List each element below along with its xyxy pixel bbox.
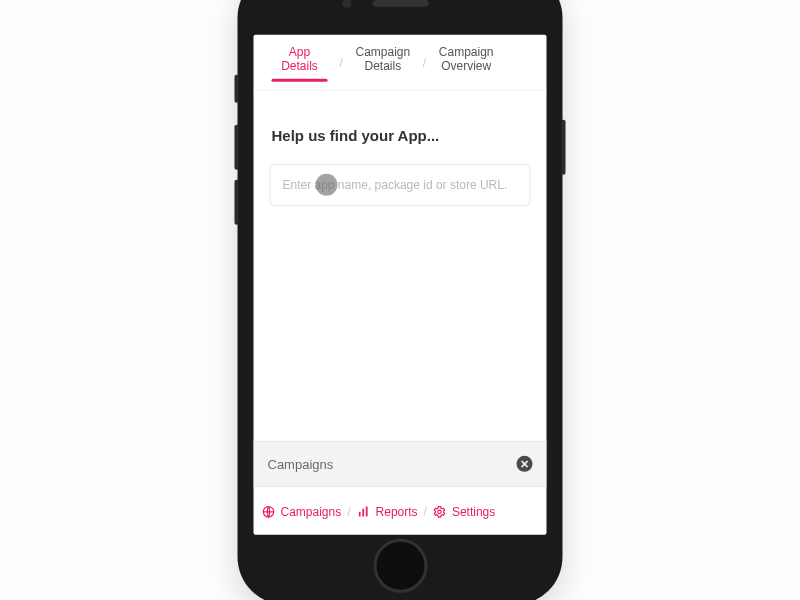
nav-reports[interactable]: Reports [357, 505, 418, 519]
phone-frame: App Details / Campaign Details / Campaig… [238, 0, 563, 600]
wizard-tabs: App Details / Campaign Details / Campaig… [254, 35, 547, 91]
phone-side-button [235, 75, 239, 103]
svg-point-4 [438, 510, 442, 514]
open-item-footer: Campaigns ✕ [254, 441, 547, 487]
main-content: Help us find your App... Campaigns ✕ C [254, 91, 547, 535]
nav-separator: / [347, 505, 350, 519]
app-search-input[interactable] [270, 164, 531, 206]
svg-rect-3 [366, 507, 368, 517]
nav-label: Settings [452, 505, 495, 519]
nav-label: Campaigns [281, 505, 342, 519]
footer-title: Campaigns [268, 456, 334, 471]
chevron-right-icon: / [421, 55, 428, 69]
tab-app-details[interactable]: App Details [262, 41, 338, 90]
chevron-right-icon: / [338, 55, 345, 69]
tab-label: Campaign Overview [439, 45, 494, 73]
nav-settings[interactable]: Settings [433, 505, 495, 519]
page-title: Help us find your App... [254, 91, 547, 164]
phone-side-button [562, 120, 566, 175]
tab-campaign-details[interactable]: Campaign Details [345, 41, 421, 90]
nav-campaigns[interactable]: Campaigns [262, 505, 342, 519]
close-icon[interactable]: ✕ [517, 456, 533, 472]
phone-earpiece [372, 0, 428, 7]
bar-chart-icon [357, 505, 371, 519]
gear-icon [433, 505, 447, 519]
tab-label: Campaign Details [355, 45, 410, 73]
nav-label: Reports [376, 505, 418, 519]
home-button[interactable] [373, 539, 427, 593]
svg-rect-1 [359, 512, 361, 517]
globe-icon [262, 505, 276, 519]
tab-campaign-overview[interactable]: Campaign Overview [428, 41, 504, 90]
tab-active-underline [272, 79, 328, 82]
tab-label: App Details [281, 45, 318, 73]
phone-camera-dot [342, 0, 351, 8]
phone-side-button [235, 180, 239, 225]
svg-rect-2 [362, 509, 364, 517]
screen: App Details / Campaign Details / Campaig… [254, 35, 547, 535]
bottom-nav: Campaigns / Reports / Settings [254, 487, 547, 535]
nav-separator: / [424, 505, 427, 519]
phone-side-button [235, 125, 239, 170]
